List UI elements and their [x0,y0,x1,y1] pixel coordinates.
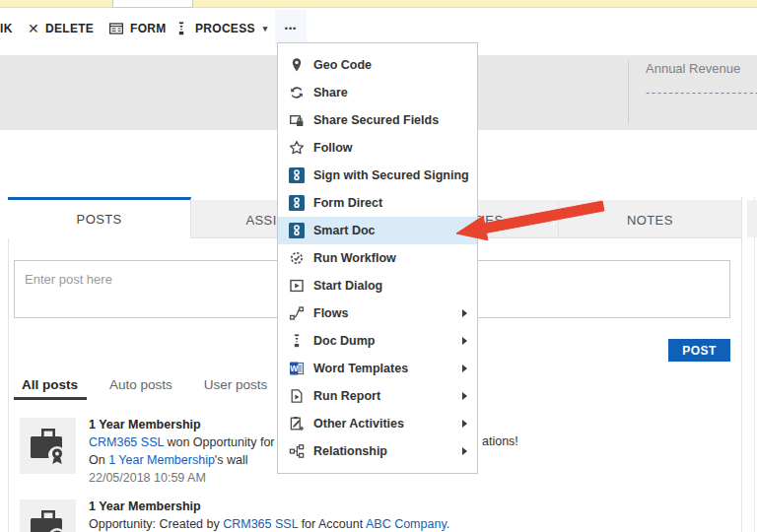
filter-user-posts[interactable]: User posts [204,377,268,392]
process-label: PROCESS [195,22,255,35]
menu-item-sign-with-secured-signing[interactable]: Sign with Secured Signing [278,162,477,189]
toolbar-link-label: IK [0,22,13,35]
doc-dump-stage-icon [289,333,305,349]
star-icon [289,140,305,156]
submenu-arrow-icon [462,337,467,345]
delete-label: DELETE [45,22,94,35]
toolbar-link-button[interactable]: IK [0,8,13,49]
secured-signing-icon [289,167,305,183]
menu-item-label: Other Activities [313,417,404,431]
menu-item-label: Geo Code [313,58,372,72]
wall-link[interactable]: 1 Year Membership [108,453,215,467]
submenu-arrow-icon [462,447,467,455]
menu-item-run-report[interactable]: Run Report [278,382,477,410]
form-icon [108,21,124,36]
menu-item-label: Share [313,86,348,100]
menu-item-label: Word Templates [313,362,408,375]
secured-fields-icon [289,112,305,128]
workflow-gear-icon [289,250,305,266]
tab-notes[interactable]: NOTES [559,200,741,238]
opportunity-won-icon [20,418,76,474]
menu-item-start-dialog[interactable]: Start Dialog [278,272,477,299]
post-content: 1 Year Membership Opportunity: Created b… [89,498,739,532]
next-pane-stub [747,200,757,237]
active-filter-underline [14,397,87,400]
map-pin-icon [289,57,305,73]
menu-item-follow[interactable]: Follow [278,134,477,162]
report-icon [289,388,305,404]
annual-revenue-value: -------------------------- [646,85,757,100]
post-text: . [447,517,449,531]
post-filters: All posts Auto posts User posts [22,377,267,392]
account-link[interactable]: ABC Company [366,517,447,531]
menu-item-label: Smart Doc [313,224,376,237]
pane-border [8,197,9,532]
pane-border [741,197,742,532]
menu-item-doc-dump[interactable]: Doc Dump [278,327,477,355]
menu-item-label: Share Secured Fields [313,113,439,127]
tab-posts[interactable]: POSTS [8,197,191,238]
filter-all-posts[interactable]: All posts [22,377,78,392]
menu-item-relationship[interactable]: Relationship [278,437,477,465]
menu-item-label: Form Direct [313,196,382,210]
delete-button[interactable]: ✕ DELETE [28,8,94,49]
relationship-orgchart-icon [289,443,305,459]
process-button[interactable]: PROCESS ▾ [173,8,268,49]
flows-icon [289,305,305,321]
more-commands-menu: Geo Code Share Share Secured Fields Foll… [277,42,478,474]
share-icon [289,85,305,100]
menu-item-share-secured-fields[interactable]: Share Secured Fields [278,106,477,134]
submenu-arrow-icon [462,365,467,372]
wall-prefix: On [89,453,108,467]
wall-suffix: 's wall [215,453,248,467]
menu-item-form-direct[interactable]: Form Direct [278,189,477,217]
author-link[interactable]: CRM365 SSL [89,435,164,449]
post-text-line: Opportunity: Created by CRM365 SSL for A… [89,515,739,532]
process-stage-icon [173,21,189,36]
post-text: won Opportunity for Ac [164,435,292,449]
menu-item-smart-doc[interactable]: Smart Doc [278,217,477,244]
pane-border [754,197,755,532]
annual-revenue-label: Annual Revenue [646,61,740,76]
menu-item-label: Run Report [313,389,380,403]
form-label: FORM [130,22,167,35]
app-window: IK ✕ DELETE FORM PROCESS ▾ ••• Annual Re… [0,0,757,532]
svg-text:W: W [290,364,299,373]
post-text-tail: ations! [482,434,518,448]
post-title: 1 Year Membership [89,498,739,515]
submenu-arrow-icon [462,420,467,428]
secured-signing-icon [289,195,305,211]
post-button[interactable]: POST [668,339,730,362]
delete-x-icon: ✕ [28,21,39,36]
post-text: Opportunity: Created by [89,517,223,531]
menu-item-geo-code[interactable]: Geo Code [278,51,477,79]
menu-item-share[interactable]: Share [278,79,477,106]
menu-item-label: Relationship [313,444,387,458]
header-divider [628,61,629,124]
word-icon: W [289,361,305,376]
activities-clipboard-icon [289,416,305,432]
submenu-arrow-icon [462,309,467,317]
menu-item-label: Run Workflow [313,251,396,265]
menu-item-flows[interactable]: Flows [278,299,477,327]
secured-signing-icon [289,223,305,238]
menu-item-label: Sign with Secured Signing [313,168,469,182]
menu-item-label: Flows [313,306,348,320]
menu-item-word-templates[interactable]: W Word Templates [278,355,477,382]
menu-item-label: Doc Dump [313,334,376,348]
filter-auto-posts[interactable]: Auto posts [109,377,172,392]
submenu-arrow-icon [462,392,467,400]
form-button[interactable]: FORM [108,8,167,49]
post-text: for Account [298,517,366,531]
menu-item-label: Follow [313,141,353,155]
notification-bar [0,0,757,8]
notification-input[interactable] [112,0,193,8]
menu-item-run-workflow[interactable]: Run Workflow [278,244,477,272]
author-link[interactable]: CRM365 SSL [223,517,298,531]
menu-item-label: Start Dialog [313,279,382,293]
opportunity-created-icon [20,499,76,532]
play-dialog-icon [289,278,305,294]
menu-item-other-activities[interactable]: Other Activities [278,410,477,437]
chevron-down-icon: ▾ [263,24,268,33]
